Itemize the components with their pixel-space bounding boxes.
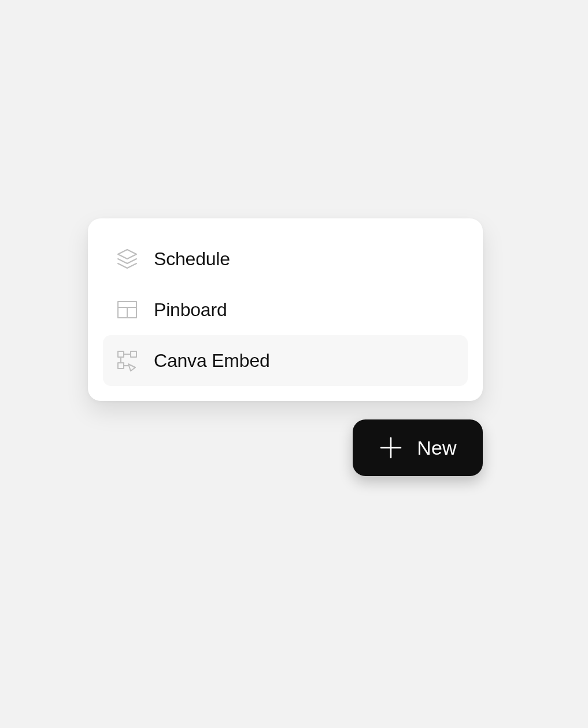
- new-menu: Schedule Pinboard Canva Embed: [88, 218, 483, 401]
- layers-icon: [116, 247, 139, 270]
- new-button[interactable]: New: [353, 419, 483, 476]
- svg-marker-9: [128, 364, 135, 371]
- plus-icon: [379, 436, 403, 460]
- svg-rect-5: [131, 351, 136, 357]
- svg-marker-0: [118, 250, 136, 259]
- menu-item-pinboard[interactable]: Pinboard: [103, 284, 468, 335]
- menu-item-label: Canva Embed: [154, 350, 270, 372]
- menu-item-label: Pinboard: [154, 299, 227, 321]
- menu-item-label: Schedule: [154, 248, 230, 270]
- layout-icon: [116, 298, 139, 321]
- new-button-label: New: [417, 437, 457, 459]
- diagram-icon: [116, 349, 139, 372]
- svg-rect-6: [118, 363, 124, 369]
- menu-item-schedule[interactable]: Schedule: [103, 233, 468, 284]
- svg-rect-4: [118, 351, 124, 357]
- menu-item-canva-embed[interactable]: Canva Embed: [103, 335, 468, 386]
